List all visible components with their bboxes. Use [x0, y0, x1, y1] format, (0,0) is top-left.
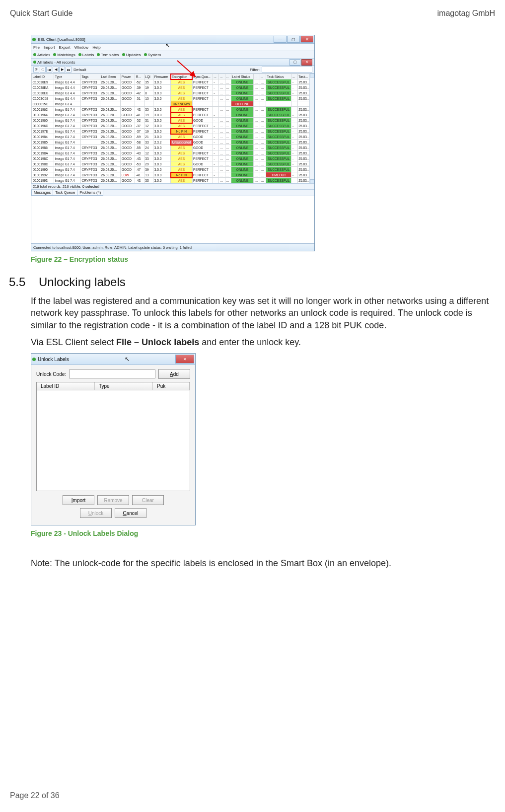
table-row[interactable]: C300015Cimago G1 4…UNKNOWNOFFLINE [32, 101, 314, 107]
menu-import[interactable]: Import [44, 45, 55, 50]
nav-prev-button[interactable]: ◀ [53, 67, 59, 73]
cursor-icon: ↖ [125, 356, 130, 363]
view-restore-button[interactable]: ▢ [289, 59, 300, 66]
dialog-titlebar[interactable]: Unlock Labels ↖ ✕ [31, 354, 195, 365]
filter-bar: ⟳ ◌ ⏮ ◀ ▶ ⏭ Default Filter: [31, 66, 314, 74]
table-row[interactable]: D100196Dimago G1 7.4CRYPTO326.03.20…GOOD… [32, 123, 314, 129]
dot-icon [122, 53, 125, 56]
table-row[interactable]: D1001986imago G1 7.4CRYPTO326.03.20…GOOD… [32, 145, 314, 150]
col--[interactable]: ... [219, 74, 225, 79]
close-button[interactable]: ✕ [300, 36, 313, 43]
table-row[interactable]: D100198Aimago G1 7.4CRYPTO326.03.20…GOOD… [32, 150, 314, 156]
unlock-button[interactable]: Unlock [80, 508, 112, 518]
dot-icon [33, 61, 36, 64]
col--[interactable]: ... [213, 74, 218, 79]
table-row[interactable]: D100197Eimago G1 7.4CRYPTO326.03.20…GOOD… [32, 129, 314, 134]
figure22-window: ↖ ESL Client [localhost:8000] — ▢ ✕ File… [31, 35, 315, 251]
table-row[interactable]: D1001993imago G1 7.4CRYPTO326.03.20…GOOD… [32, 178, 314, 183]
col-task-status[interactable]: Task Status [266, 74, 291, 79]
bottom-tabs: Messages Task Queue Problems (4) [31, 189, 314, 196]
message-panel [31, 196, 314, 243]
figure23-caption: Figure 23 - Unlock Labels Dialog [31, 529, 495, 537]
unlock-code-input[interactable] [69, 369, 155, 378]
menu-window[interactable]: Window [74, 45, 88, 50]
nav-next-button[interactable]: ▶ [59, 67, 65, 73]
table-row[interactable]: D1001965imago G1 7.4CRYPTO326.03.20…GOOD… [32, 118, 314, 123]
section-heading: 5.5 Unlocking labels [9, 275, 495, 289]
table-row[interactable]: D100198Cimago G1 7.4CRYPTO326.03.20…GOOD… [32, 156, 314, 161]
table-row[interactable]: D100198Dimago G1 7.4CRYPTO326.03.20…GOOD… [32, 161, 314, 167]
col-label-id[interactable]: Label ID [32, 74, 54, 79]
nav-first-button[interactable]: ⏮ [46, 67, 52, 73]
table-row[interactable]: D1001992imago G1 7.4CRYPTO326.03.20…LOW-… [32, 172, 314, 178]
remove-button[interactable]: Remove [97, 495, 129, 505]
maximize-button[interactable]: ▢ [287, 36, 300, 43]
tab-labels[interactable]: Labels [78, 53, 94, 57]
add-button[interactable]: Add [158, 369, 190, 379]
table-row[interactable]: C10038E9imago G1 4.4CRYPTO326.03.20…GOOD… [32, 79, 314, 85]
app-dot-icon [32, 38, 36, 41]
col-lqi[interactable]: LQI [144, 74, 153, 79]
table-row[interactable]: C1003C58imago G1 4.4CRYPTO326.03.20…GOOD… [32, 96, 314, 101]
import-button[interactable]: Import [63, 495, 94, 505]
unlock-list[interactable]: Label ID Type Puk [36, 382, 190, 491]
table-row[interactable]: D1001962imago G1 7.4CRYPTO326.03.20…GOOD… [32, 107, 314, 112]
figure22-caption: Figure 22 – Encryption status [31, 255, 495, 263]
col-label-id[interactable]: Label ID [37, 382, 95, 390]
cancel-button[interactable]: Cancel [115, 508, 146, 518]
filter-input[interactable] [262, 67, 312, 73]
nav-last-button[interactable]: ⏭ [66, 67, 72, 73]
dot-icon [97, 53, 100, 56]
app-dot-icon [32, 358, 36, 361]
tab-taskqueue[interactable]: Task Queue [53, 190, 77, 196]
col-power[interactable]: Power [121, 74, 135, 79]
minimize-button[interactable]: — [274, 36, 287, 43]
tab-problems[interactable]: Problems (4) [77, 190, 103, 196]
dialog-close-button[interactable]: ✕ [175, 355, 194, 364]
note-paragraph: Note: The unlock-code for the specific l… [31, 557, 495, 569]
view-default-label: Default [73, 68, 86, 72]
text-bold: File – Unlock labels [116, 337, 199, 347]
dot-icon [33, 53, 36, 56]
col-firmware[interactable]: Firmware [153, 74, 171, 79]
select-icon[interactable]: ◌ [40, 67, 46, 73]
section-number: 5.5 [9, 275, 39, 289]
table-row[interactable]: D1001985imago G1 7.426.03.20…GOOD-58332.… [32, 140, 314, 145]
paragraph-2: Via ESL Client select File – Unlock labe… [31, 336, 495, 348]
col-puk[interactable]: Puk [153, 382, 190, 390]
col-type[interactable]: Type [54, 74, 81, 79]
tab-updates[interactable]: Updates [122, 53, 141, 57]
col--[interactable]: ... [225, 74, 231, 79]
tab-system[interactable]: System [144, 53, 161, 57]
clear-button[interactable]: Clear [132, 495, 164, 505]
table-row[interactable]: C10038EAimago G1 4.4CRYPTO326.03.20…GOOD… [32, 85, 314, 90]
col--[interactable]: ... [254, 74, 260, 79]
view-close-button[interactable]: ✕ [301, 59, 312, 66]
header-right: imagotag GmbH [437, 9, 496, 18]
col-label-status[interactable]: Label Status [231, 74, 253, 79]
status-footer: Connected to localhost:8000; User: admin… [31, 243, 314, 251]
col-tags[interactable]: Tags [80, 74, 100, 79]
col-r-[interactable]: R... [135, 74, 144, 79]
refresh-icon[interactable]: ⟳ [33, 67, 39, 73]
record-status: 216 total records, 216 visible, 0 select… [31, 183, 314, 189]
menu-help[interactable]: Help [92, 45, 100, 50]
table-row[interactable]: D1001984imago G1 7.4CRYPTO326.03.20…GOOD… [32, 134, 314, 140]
tab-templates[interactable]: Templates [97, 53, 119, 57]
col--[interactable]: ... [291, 74, 297, 79]
vertical-scrollbar[interactable] [309, 74, 314, 183]
table-row[interactable]: D1001990imago G1 7.4CRYPTO326.03.20…GOOD… [32, 167, 314, 172]
tab-messages[interactable]: Messages [31, 190, 53, 196]
menu-file[interactable]: File [33, 45, 40, 50]
dot-icon [78, 53, 81, 56]
col-last-seen[interactable]: Last Seen [100, 74, 121, 79]
tab-articles[interactable]: Articles [33, 53, 50, 57]
table-row[interactable]: C10038EBimago G1 4.4CRYPTO326.03.20…GOOD… [32, 90, 314, 96]
labels-table[interactable]: Label IDTypeTagsLast SeenPowerR...LQIFir… [31, 74, 314, 183]
window-titlebar[interactable]: ESL Client [localhost:8000] — ▢ ✕ [31, 35, 314, 44]
col--[interactable]: ... [260, 74, 266, 79]
tab-matchings[interactable]: Matchings [53, 53, 75, 57]
table-row[interactable]: D1001964imago G1 7.4CRYPTO326.03.20…GOOD… [32, 112, 314, 118]
col-type[interactable]: Type [95, 382, 153, 390]
menu-export[interactable]: Export [59, 45, 71, 50]
